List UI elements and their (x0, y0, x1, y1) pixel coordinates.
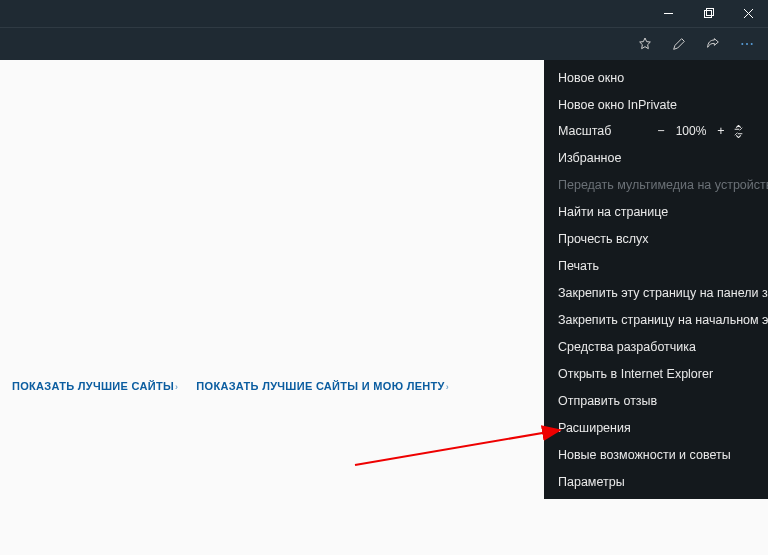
menu-item-new-window[interactable]: Новое окно (544, 64, 768, 91)
menu-item-favorites[interactable]: Избранное (544, 144, 768, 171)
browser-toolbar (0, 27, 768, 60)
zoom-out-button[interactable]: − (650, 124, 672, 138)
menu-item-open-ie[interactable]: Открыть в Internet Explorer (544, 360, 768, 387)
pen-icon (671, 36, 687, 52)
menu-item-read-aloud[interactable]: Прочесть вслух (544, 225, 768, 252)
minimize-button[interactable] (648, 0, 688, 27)
zoom-label: Масштаб (558, 124, 650, 138)
menu-item-pin-taskbar[interactable]: Закрепить эту страницу на панели задач (544, 279, 768, 306)
svg-line-8 (735, 132, 738, 135)
close-icon (743, 8, 754, 19)
zoom-value: 100% (672, 124, 710, 138)
window-titlebar (0, 0, 768, 27)
menu-item-print[interactable]: Печать (544, 252, 768, 279)
menu-item-cast-media: Передать мультимедиа на устройство (544, 171, 768, 198)
svg-rect-2 (706, 9, 713, 16)
chevron-right-icon: › (175, 382, 178, 392)
more-icon (739, 36, 755, 52)
add-notes-button[interactable] (662, 28, 696, 61)
svg-line-9 (740, 127, 743, 130)
content-links: ПОКАЗАТЬ ЛУЧШИЕ САЙТЫ› ПОКАЗАТЬ ЛУЧШИЕ С… (12, 380, 449, 392)
close-button[interactable] (728, 0, 768, 27)
link-label: ПОКАЗАТЬ ЛУЧШИЕ САЙТЫ И МОЮ ЛЕНТУ (196, 380, 444, 392)
link-label: ПОКАЗАТЬ ЛУЧШИЕ САЙТЫ (12, 380, 174, 392)
svg-point-7 (751, 43, 753, 45)
svg-rect-1 (704, 11, 711, 18)
more-button[interactable] (730, 28, 764, 61)
minimize-icon (663, 8, 674, 19)
zoom-in-button[interactable]: + (710, 124, 732, 138)
fullscreen-icon (732, 125, 745, 138)
svg-point-6 (746, 43, 748, 45)
menu-item-new-inprivate[interactable]: Новое окно InPrivate (544, 91, 768, 118)
menu-item-tips[interactable]: Новые возможности и советы (544, 441, 768, 468)
svg-point-5 (741, 43, 743, 45)
share-button[interactable] (696, 28, 730, 61)
chevron-right-icon: › (446, 382, 449, 392)
menu-item-pin-start[interactable]: Закрепить страницу на начальном экране (544, 306, 768, 333)
star-icon (637, 36, 653, 52)
menu-item-feedback[interactable]: Отправить отзыв (544, 387, 768, 414)
menu-item-zoom: Масштаб − 100% + (544, 118, 768, 144)
maximize-button[interactable] (688, 0, 728, 27)
share-icon (705, 36, 721, 52)
add-favorite-button[interactable] (628, 28, 662, 61)
menu-item-devtools[interactable]: Средства разработчика (544, 333, 768, 360)
menu-item-find[interactable]: Найти на странице (544, 198, 768, 225)
show-top-sites-link[interactable]: ПОКАЗАТЬ ЛУЧШИЕ САЙТЫ› (12, 380, 178, 392)
maximize-icon (703, 8, 714, 19)
menu-item-extensions[interactable]: Расширения (544, 414, 768, 441)
fullscreen-button[interactable] (732, 125, 754, 138)
settings-menu: Новое окно Новое окно InPrivate Масштаб … (544, 60, 768, 499)
menu-item-settings[interactable]: Параметры (544, 468, 768, 495)
show-top-sites-feed-link[interactable]: ПОКАЗАТЬ ЛУЧШИЕ САЙТЫ И МОЮ ЛЕНТУ› (196, 380, 449, 392)
